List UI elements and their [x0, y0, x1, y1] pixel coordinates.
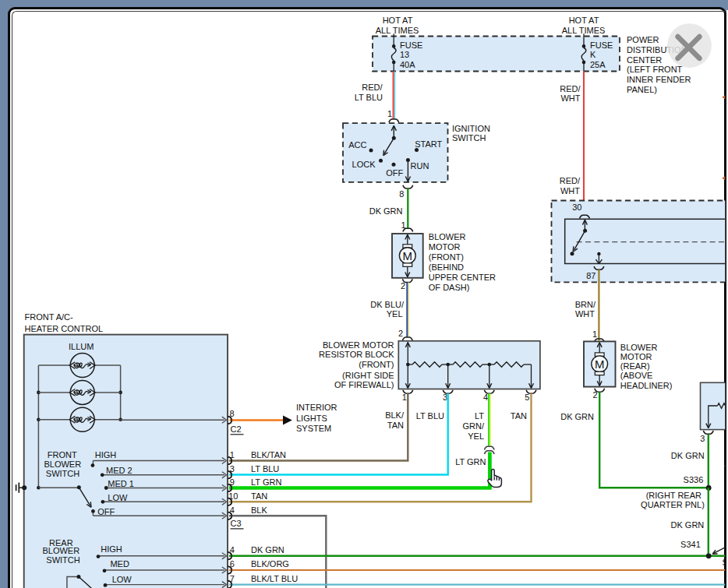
svg-text:BLOWER: BLOWER — [429, 232, 466, 241]
svg-text:ACC: ACC — [348, 140, 366, 150]
svg-text:RED/: RED/ — [560, 84, 581, 93]
svg-text:IGNITION: IGNITION — [452, 124, 490, 133]
svg-text:2: 2 — [398, 329, 403, 338]
svg-text:FUSE: FUSE — [400, 40, 422, 50]
svg-text:INNER FENDER: INNER FENDER — [627, 75, 691, 84]
svg-text:87: 87 — [586, 271, 595, 280]
svg-text:40A: 40A — [400, 60, 415, 69]
svg-text:SWITCH: SWITCH — [452, 133, 486, 143]
svg-text:TAN: TAN — [511, 411, 527, 421]
svg-text:FRONT A/C-: FRONT A/C- — [25, 312, 73, 322]
svg-text:(LEFT FRONT: (LEFT FRONT — [627, 65, 683, 74]
svg-text:2: 2 — [401, 281, 405, 290]
svg-text:UPPER CENTER: UPPER CENTER — [429, 273, 496, 282]
svg-text:ALL TIMES: ALL TIMES — [376, 26, 419, 35]
svg-text:BLK/TAN: BLK/TAN — [251, 450, 286, 459]
svg-text:START: START — [415, 139, 442, 149]
svg-text:BLK/: BLK/ — [385, 410, 405, 420]
svg-text:YEL: YEL — [387, 309, 403, 319]
svg-text:BRN/: BRN/ — [575, 300, 596, 309]
svg-text:ILLUM: ILLUM — [69, 342, 94, 351]
svg-text:MOTOR: MOTOR — [620, 352, 652, 361]
svg-text:DK GRN: DK GRN — [560, 412, 594, 421]
svg-text:(FRONT): (FRONT) — [429, 252, 464, 262]
svg-text:LT GRN: LT GRN — [251, 477, 281, 487]
svg-text:S336: S336 — [684, 475, 704, 484]
svg-text:INTERIOR: INTERIOR — [296, 403, 337, 412]
svg-text:HIGH: HIGH — [95, 450, 117, 459]
svg-text:OFF: OFF — [97, 507, 115, 516]
svg-text:1: 1 — [402, 393, 407, 402]
svg-text:DK GRN: DK GRN — [251, 545, 284, 555]
svg-text:LT BLU: LT BLU — [416, 411, 444, 421]
svg-text:GRN/: GRN/ — [463, 421, 485, 431]
svg-text:K: K — [590, 50, 596, 59]
svg-text:DK GRN: DK GRN — [671, 520, 705, 530]
svg-text:PANEL): PANEL) — [627, 85, 657, 94]
svg-text:RED/: RED/ — [362, 83, 383, 92]
svg-text:C3: C3 — [231, 519, 242, 528]
svg-text:LOW: LOW — [112, 575, 133, 584]
svg-text:OFF: OFF — [386, 168, 403, 178]
svg-text:SYSTEM: SYSTEM — [296, 424, 331, 433]
svg-text:LIGHTS: LIGHTS — [296, 414, 327, 423]
svg-text:5: 5 — [525, 393, 529, 402]
svg-text:ALL TIMES: ALL TIMES — [562, 26, 606, 35]
svg-text:HEADLINER): HEADLINER) — [620, 381, 673, 390]
svg-text:TAN: TAN — [387, 421, 404, 430]
svg-text:RED/: RED/ — [560, 176, 581, 185]
svg-text:BLK/LT BLU: BLK/LT BLU — [251, 574, 298, 583]
svg-text:HEATER CONTROL: HEATER CONTROL — [25, 324, 104, 333]
svg-text:RUN: RUN — [411, 161, 429, 171]
svg-text:2: 2 — [592, 390, 597, 400]
svg-text:LOCK: LOCK — [352, 160, 376, 169]
svg-text:YEL: YEL — [468, 431, 484, 441]
svg-text:1: 1 — [387, 109, 392, 118]
svg-text:(REAR): (REAR) — [620, 361, 650, 371]
svg-text:FUSE: FUSE — [590, 40, 613, 50]
svg-text:(RIGHT REAR: (RIGHT REAR — [646, 491, 701, 500]
svg-text:MOTOR: MOTOR — [429, 242, 461, 252]
svg-text:(RIGHT SIDE: (RIGHT SIDE — [342, 371, 394, 380]
svg-text:M: M — [403, 249, 413, 262]
svg-text:POWER: POWER — [627, 35, 659, 44]
svg-text:BLK/ORG: BLK/ORG — [251, 559, 289, 569]
svg-text:RESISTOR BLOCK: RESISTOR BLOCK — [319, 350, 394, 359]
svg-text:LT GRN: LT GRN — [455, 457, 486, 467]
svg-text:30: 30 — [572, 202, 581, 212]
svg-text:13: 13 — [400, 50, 409, 59]
svg-text:QUARTER PNL): QUARTER PNL) — [641, 500, 705, 509]
svg-text:LOW: LOW — [108, 493, 128, 502]
svg-text:BLK: BLK — [251, 505, 267, 515]
svg-text:LT: LT — [475, 411, 484, 421]
svg-text:OF FIREWALL): OF FIREWALL) — [334, 380, 394, 389]
svg-text:MED: MED — [110, 559, 129, 569]
svg-text:FRONT: FRONT — [48, 450, 77, 459]
svg-text:HIGH: HIGH — [101, 544, 122, 554]
svg-text:LT BLU: LT BLU — [251, 464, 279, 474]
svg-text:MED 2: MED 2 — [106, 466, 133, 475]
svg-text:8: 8 — [399, 189, 404, 199]
svg-text:HOT AT: HOT AT — [383, 16, 413, 25]
svg-text:BLOWER: BLOWER — [42, 546, 80, 555]
svg-text:OF DASH): OF DASH) — [429, 283, 470, 292]
svg-text:3: 3 — [700, 434, 705, 443]
svg-text:SWITCH: SWITCH — [46, 469, 80, 478]
svg-text:BLOWER: BLOWER — [44, 459, 81, 469]
svg-text:(FRONT): (FRONT) — [359, 360, 394, 369]
svg-text:HOT AT: HOT AT — [569, 16, 599, 25]
svg-text:SWITCH: SWITCH — [46, 555, 80, 565]
svg-text:WHT: WHT — [560, 186, 580, 195]
svg-text:DK GRN: DK GRN — [671, 451, 705, 460]
svg-text:C2: C2 — [231, 424, 242, 434]
svg-text:S: S — [723, 558, 728, 567]
svg-text:BLOWER: BLOWER — [620, 343, 658, 352]
svg-text:(BEHIND: (BEHIND — [429, 262, 464, 272]
svg-text:(ABOVE: (ABOVE — [620, 371, 653, 380]
svg-text:4: 4 — [483, 393, 488, 402]
svg-text:1: 1 — [592, 329, 597, 339]
svg-text:TAN: TAN — [251, 491, 267, 501]
svg-text:M: M — [595, 357, 605, 371]
svg-text:BLOWER MOTOR: BLOWER MOTOR — [323, 340, 394, 350]
svg-text:DK GRN: DK GRN — [369, 206, 403, 216]
